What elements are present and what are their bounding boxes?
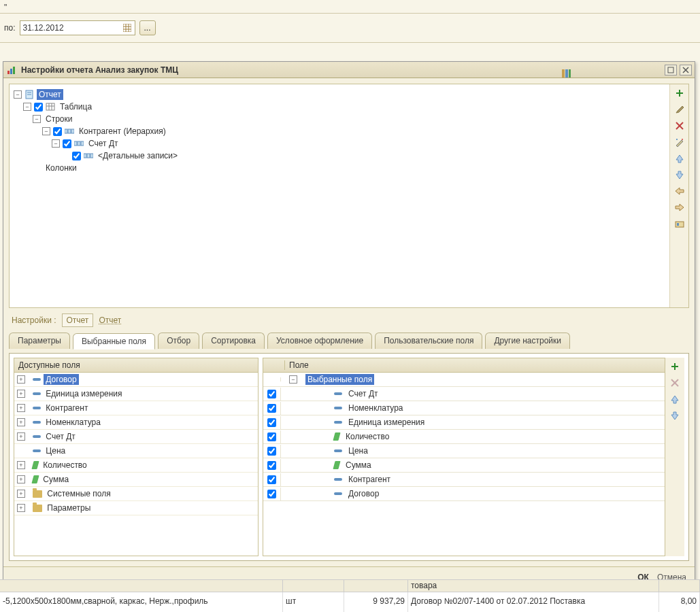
chosen-field-row[interactable]: Контрагент xyxy=(263,473,665,487)
expander-icon[interactable]: + xyxy=(17,375,25,384)
add-icon[interactable] xyxy=(673,87,686,99)
expander-icon[interactable]: − xyxy=(33,115,41,123)
tree-grouping-1[interactable]: − Контрагент (Иерархия) xyxy=(14,125,665,137)
expander-icon[interactable]: − xyxy=(14,90,22,99)
field-checkbox[interactable] xyxy=(267,461,276,470)
field-checkbox[interactable] xyxy=(267,475,276,484)
move-down-icon[interactable] xyxy=(669,409,681,422)
field-checkbox[interactable] xyxy=(267,404,276,413)
available-fields-list[interactable]: + Договор+ Единица измерения+ Контрагент… xyxy=(14,373,258,556)
columns-setup-icon[interactable] xyxy=(560,78,572,80)
close-button[interactable] xyxy=(680,65,692,75)
add-icon[interactable] xyxy=(669,360,681,373)
calendar-icon[interactable] xyxy=(122,23,132,33)
wizard-icon[interactable] xyxy=(673,136,686,148)
expander-icon[interactable]: + xyxy=(17,432,25,441)
date-dots-button[interactable]: ... xyxy=(139,20,156,35)
expander-icon[interactable]: + xyxy=(17,461,25,469)
table-icon xyxy=(46,102,55,112)
move-up-icon[interactable] xyxy=(669,393,681,405)
chosen-field-row[interactable]: Цена xyxy=(263,444,665,458)
report-settings-dialog: Настройки отчета Анализ закупок ТМЦ − От… xyxy=(3,61,695,588)
expander-icon[interactable]: − xyxy=(23,103,31,111)
tree-checkbox[interactable] xyxy=(53,127,62,136)
expander-icon[interactable]: + xyxy=(17,418,25,426)
chosen-field-row[interactable]: Сумма xyxy=(263,458,665,473)
field-checkbox[interactable] xyxy=(267,490,276,498)
field-label: Параметры xyxy=(45,503,93,513)
tab-conditional[interactable]: Условное оформление xyxy=(267,333,372,349)
grid-contract: Договор №02/07-1400 от 02.07.2012 Постав… xyxy=(408,592,659,612)
field-label: Количество xyxy=(41,460,88,471)
expander-icon[interactable]: − xyxy=(289,375,297,384)
settings-active[interactable]: Отчет xyxy=(62,313,94,327)
field-checkbox[interactable] xyxy=(267,390,276,398)
tab-selected-fields[interactable]: Выбранные поля xyxy=(73,333,155,350)
field-checkbox[interactable] xyxy=(267,447,276,456)
tree-columns[interactable]: Колонки xyxy=(14,162,665,174)
structure-tree[interactable]: − Отчет − Таблица − Строки − xyxy=(10,84,669,307)
field-dash-icon xyxy=(33,378,41,381)
available-field-row[interactable]: + Единица измерения xyxy=(14,387,258,401)
expander-icon[interactable]: + xyxy=(17,390,25,398)
chosen-field-row[interactable]: Единица измерения xyxy=(263,415,665,430)
field-dash-icon xyxy=(33,392,41,395)
move-down-icon[interactable] xyxy=(673,169,686,181)
tree-checkbox[interactable] xyxy=(34,103,43,112)
available-field-row[interactable]: + Счет Дт xyxy=(14,430,258,444)
available-field-row[interactable]: + Количество xyxy=(14,458,258,473)
move-up-icon[interactable] xyxy=(673,152,686,165)
expander-icon[interactable]: + xyxy=(17,490,25,498)
edit-icon[interactable] xyxy=(673,103,686,116)
chosen-field-row[interactable]: Количество xyxy=(263,430,665,444)
tree-root[interactable]: − Отчет xyxy=(14,88,665,101)
tree-checkbox[interactable] xyxy=(63,139,71,148)
available-field-row[interactable]: + Номенклатура xyxy=(14,415,258,430)
chosen-field-row[interactable]: Счет Дт xyxy=(263,387,665,401)
tab-filter[interactable]: Отбор xyxy=(158,333,199,349)
grid-header-row: товара xyxy=(0,579,700,592)
expander-icon[interactable]: + xyxy=(17,475,25,483)
tab-other[interactable]: Другие настройки xyxy=(485,333,570,349)
tree-rows[interactable]: − Строки xyxy=(14,113,665,125)
tree-checkbox[interactable] xyxy=(72,152,81,160)
tree-detail[interactable]: <Детальные записи> xyxy=(14,150,665,162)
expander-icon[interactable]: − xyxy=(42,127,50,135)
settings-link[interactable]: Отчет xyxy=(99,316,121,325)
date-to-input[interactable]: 31.12.2012 xyxy=(20,20,135,35)
field-label: Счет Дт xyxy=(44,431,78,442)
available-field-row[interactable]: + Параметры xyxy=(14,501,258,515)
delete-icon[interactable] xyxy=(673,120,686,132)
available-field-row[interactable]: + Сумма xyxy=(14,473,258,487)
svg-rect-23 xyxy=(81,141,84,146)
grid-price: 9 937,29 xyxy=(344,592,408,612)
available-field-row[interactable]: + Договор xyxy=(14,373,258,387)
chosen-field-row[interactable]: Договор xyxy=(263,487,665,501)
delete-icon[interactable] xyxy=(669,377,681,389)
maximize-button[interactable] xyxy=(665,65,677,75)
tab-sort[interactable]: Сортировка xyxy=(202,333,265,349)
expander-icon[interactable]: − xyxy=(52,139,60,148)
settings-tool-icon[interactable] xyxy=(673,218,686,230)
field-checkbox[interactable] xyxy=(267,418,276,427)
selected-fields-panel: Доступные поля + Договор+ Единица измере… xyxy=(9,353,689,561)
tree-root-label: Отчет xyxy=(37,89,63,100)
chosen-fields-list[interactable]: − Выбранные поля Счет ДтНоменклатураЕдин… xyxy=(263,373,665,556)
expander-icon[interactable]: + xyxy=(17,504,25,512)
available-field-row[interactable]: + Контрагент xyxy=(14,401,258,415)
svg-rect-36 xyxy=(676,222,684,227)
tab-parameters[interactable]: Параметры xyxy=(9,333,70,349)
tree-grouping-2[interactable]: − Счет Дт xyxy=(14,137,665,150)
move-left-icon[interactable] xyxy=(673,185,686,197)
available-field-row[interactable]: + Системные поля xyxy=(14,487,258,501)
available-field-row[interactable]: Цена xyxy=(14,444,258,458)
expander-icon[interactable]: + xyxy=(17,404,25,412)
chosen-field-row[interactable]: Номенклатура xyxy=(263,401,665,415)
tree-table[interactable]: − Таблица xyxy=(14,101,665,113)
tab-user-fields[interactable]: Пользовательские поля xyxy=(375,333,482,349)
settings-breadcrumb: Настройки : Отчет Отчет xyxy=(9,312,689,328)
folder-icon xyxy=(33,505,42,512)
field-checkbox[interactable] xyxy=(267,432,276,441)
chosen-group-row[interactable]: − Выбранные поля xyxy=(263,373,665,387)
move-right-icon[interactable] xyxy=(673,201,686,214)
